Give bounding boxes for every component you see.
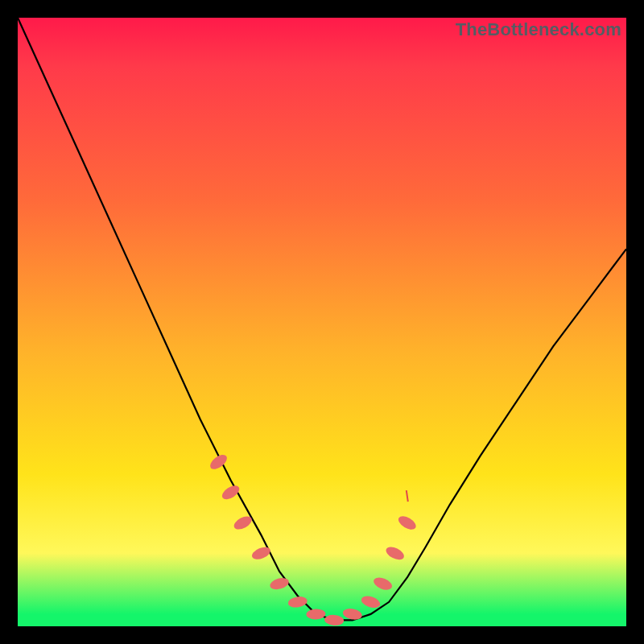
- tick-mark: [407, 490, 408, 502]
- marker-dot: [287, 596, 308, 609]
- marker-dot: [250, 545, 272, 562]
- curve-layer: [18, 18, 626, 626]
- marker-dot: [342, 607, 363, 621]
- plot-area: TheBottleneck.com: [18, 18, 626, 626]
- marker-dot: [324, 614, 345, 626]
- highlight-markers: [208, 452, 418, 625]
- marker-dot: [360, 594, 382, 610]
- marker-dot: [269, 576, 291, 592]
- marker-dot: [306, 609, 325, 620]
- chart-frame: TheBottleneck.com: [0, 0, 644, 644]
- marker-dot: [372, 576, 394, 592]
- annotation-tick: [407, 490, 408, 502]
- bottleneck-curve: [18, 18, 626, 620]
- marker-dot: [384, 544, 406, 562]
- marker-dot: [396, 514, 418, 532]
